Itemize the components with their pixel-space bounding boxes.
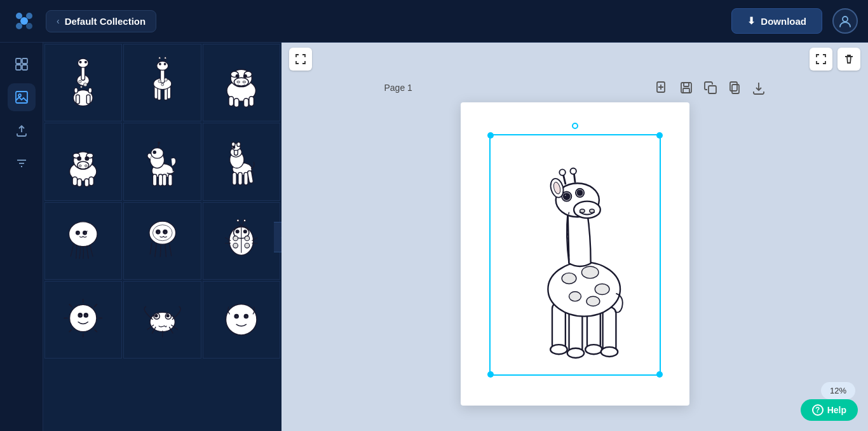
user-avatar-button[interactable]: [832, 8, 858, 34]
panel-collapse-button[interactable]: ‹: [274, 222, 281, 252]
svg-point-163: [567, 348, 584, 357]
selection-handle-tr: [656, 132, 663, 139]
add-page-button[interactable]: [655, 81, 669, 95]
svg-line-138: [95, 304, 98, 308]
svg-rect-48: [244, 99, 249, 107]
svg-point-39: [158, 57, 160, 59]
expand-button[interactable]: [289, 48, 312, 71]
save-page-button[interactable]: [679, 81, 693, 95]
trash-button[interactable]: [837, 48, 860, 71]
fit-view-button[interactable]: [810, 48, 832, 71]
svg-rect-76: [158, 174, 162, 186]
asset-cell-hippo[interactable]: [203, 44, 280, 121]
download-label: Download: [761, 16, 806, 27]
svg-point-123: [245, 243, 250, 249]
asset-cell-giraffe-sitting[interactable]: [44, 44, 122, 121]
svg-point-20: [78, 59, 89, 68]
svg-point-24: [89, 88, 93, 93]
selection-handle-top: [572, 123, 578, 129]
asset-panel: ‹: [43, 43, 281, 431]
svg-point-165: [600, 346, 618, 356]
main-layout: ‹: [0, 43, 868, 431]
svg-point-73: [85, 165, 88, 167]
asset-cell-ladybug[interactable]: [203, 202, 280, 280]
canvas-area: Page 1: [281, 43, 868, 431]
asset-cell-jellyfish2[interactable]: [123, 202, 201, 280]
svg-rect-6: [16, 58, 21, 64]
svg-rect-62: [78, 179, 82, 186]
breadcrumb-back-icon: ‹: [57, 16, 60, 26]
svg-point-145: [166, 315, 169, 317]
asset-cell-hippo2[interactable]: [44, 123, 122, 200]
help-button[interactable]: ? Help: [801, 399, 858, 421]
svg-point-121: [245, 236, 250, 241]
sidebar-item-grid[interactable]: [8, 50, 36, 78]
svg-point-36: [164, 64, 166, 65]
app-logo: [10, 7, 38, 35]
canvas-toolbar: [281, 43, 868, 76]
svg-point-72: [79, 165, 82, 167]
zoom-badge: 12%: [821, 382, 855, 399]
svg-point-168: [581, 266, 599, 278]
breadcrumb[interactable]: ‹ Default Collection: [46, 10, 156, 32]
asset-cell-giraffe-standing[interactable]: [123, 44, 201, 121]
asset-cell-sun[interactable]: [44, 281, 122, 359]
svg-rect-161: [602, 307, 616, 353]
svg-point-94: [232, 142, 236, 146]
svg-point-35: [159, 64, 161, 65]
help-label: Help: [827, 405, 846, 415]
svg-rect-9: [22, 65, 27, 70]
svg-point-55: [238, 76, 239, 78]
svg-point-162: [550, 345, 567, 354]
svg-rect-63: [85, 179, 89, 186]
duplicate-page-button[interactable]: [728, 81, 742, 95]
sidebar-icons: [0, 43, 43, 431]
svg-rect-156: [730, 82, 737, 91]
asset-cell-crab[interactable]: [123, 281, 201, 359]
svg-rect-61: [89, 177, 94, 186]
sidebar-item-filters[interactable]: [8, 149, 36, 177]
svg-point-170: [569, 291, 581, 301]
sidebar-item-images[interactable]: [8, 83, 36, 111]
svg-rect-47: [234, 99, 239, 107]
asset-grid-scroll[interactable]: [43, 43, 281, 431]
svg-point-5: [843, 17, 848, 22]
download-page-button[interactable]: [752, 81, 766, 95]
copy-page-button[interactable]: [703, 81, 717, 95]
svg-point-173: [574, 201, 600, 218]
svg-point-69: [79, 158, 81, 160]
asset-cell-horse[interactable]: [203, 123, 280, 200]
svg-point-187: [570, 168, 576, 174]
svg-point-0: [16, 13, 22, 19]
svg-rect-86: [233, 172, 236, 184]
svg-point-2: [16, 23, 22, 29]
svg-point-178: [564, 194, 566, 196]
svg-point-100: [78, 233, 79, 234]
canvas-page[interactable]: [461, 102, 689, 406]
canvas-top-right-tools: [810, 48, 860, 71]
svg-rect-7: [22, 58, 27, 64]
svg-point-118: [243, 219, 246, 222]
giraffe-illustration: [505, 140, 645, 369]
svg-point-58: [243, 81, 246, 83]
svg-point-52: [234, 78, 248, 87]
svg-rect-60: [72, 177, 78, 186]
svg-point-80: [151, 147, 163, 158]
asset-cell-jellyfish1[interactable]: [44, 202, 122, 280]
sidebar-item-upload[interactable]: [8, 116, 36, 144]
svg-line-115: [238, 221, 241, 226]
svg-point-185: [559, 169, 565, 175]
asset-cell-unicorn[interactable]: [123, 123, 201, 200]
svg-point-171: [587, 296, 600, 306]
svg-point-43: [161, 83, 164, 86]
svg-rect-45: [229, 97, 234, 106]
svg-point-122: [233, 243, 238, 249]
asset-cell-unknown[interactable]: [203, 281, 280, 359]
svg-line-116: [241, 221, 245, 226]
svg-rect-75: [153, 174, 156, 186]
download-button[interactable]: ⬇ Download: [731, 8, 822, 34]
svg-point-181: [578, 191, 580, 193]
svg-point-102: [85, 233, 86, 234]
svg-point-22: [85, 62, 87, 64]
svg-point-113: [238, 231, 239, 233]
